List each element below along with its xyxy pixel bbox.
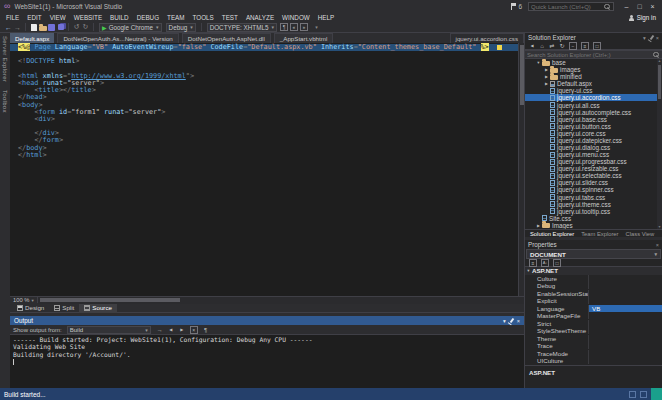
search-input[interactable] bbox=[527, 52, 653, 58]
code-line[interactable]: <!DOCTYPE html> bbox=[10, 58, 524, 65]
word-wrap-icon[interactable]: ¶ bbox=[202, 326, 210, 334]
previous-message-icon[interactable]: ◀ bbox=[167, 326, 175, 334]
sidebar-tab-toolbox[interactable]: Toolbox bbox=[2, 90, 8, 113]
navigate-back-icon[interactable]: ← bbox=[4, 23, 13, 32]
menu-item-test[interactable]: TEST bbox=[218, 13, 242, 22]
tab-appstart-vbhtml[interactable]: _AppStart.vbhtml bbox=[274, 33, 333, 43]
doctype-combo[interactable]: DOCTYPE: XHTML5 ▾ bbox=[207, 23, 277, 32]
tree-item-jquery-ui-menu-css[interactable]: jquery.ui.menu.css bbox=[525, 151, 662, 158]
tree-item-jquery-ui-datepicker-css[interactable]: jquery.ui.datepicker.css bbox=[525, 137, 662, 144]
toolbar-overflow-chevron[interactable]: ▾ bbox=[312, 23, 321, 32]
properties-icon[interactable]: □ bbox=[593, 42, 601, 50]
property-row-strict[interactable]: Strict bbox=[525, 320, 662, 328]
panel-tab-solution-explorer[interactable]: Solution Explorer bbox=[527, 231, 577, 237]
code-line[interactable] bbox=[10, 51, 524, 58]
scrollbar-thumb[interactable] bbox=[658, 65, 661, 99]
property-value[interactable] bbox=[589, 342, 662, 350]
expander-icon[interactable]: ▶ bbox=[543, 67, 550, 72]
output-console[interactable]: ------ Build started: Project: WebSite1(… bbox=[10, 335, 524, 388]
property-row-theme[interactable]: Theme bbox=[525, 335, 662, 343]
property-row-tracemode[interactable]: TraceMode bbox=[525, 350, 662, 358]
tree-item-jquery-ui-progressbar-css[interactable]: jquery.ui.progressbar.css bbox=[525, 158, 662, 165]
property-value[interactable] bbox=[589, 312, 662, 320]
menu-item-debug[interactable]: DEBUG bbox=[133, 13, 163, 22]
output-source-combo[interactable]: Build ▾ bbox=[67, 326, 151, 334]
properties-object-combo[interactable]: DOCUMENT ▾ bbox=[526, 249, 661, 259]
tree-item-jquery-ui-button-css[interactable]: jquery.ui.button.css bbox=[525, 123, 662, 130]
tree-item-jquery-ui-tooltip-css[interactable]: jquery.ui.tooltip.css bbox=[525, 208, 662, 215]
code-line[interactable]: </body> bbox=[10, 145, 524, 152]
menu-item-help[interactable]: HELP bbox=[314, 13, 338, 22]
notification-count[interactable]: 6 bbox=[518, 3, 522, 10]
navigate-forward-icon[interactable]: → bbox=[13, 23, 22, 32]
tree-item-jquery-ui-dialog-css[interactable]: jquery.ui.dialog.css bbox=[525, 144, 662, 151]
tree-item-jquery-ui-slider-css[interactable]: jquery.ui.slider.css bbox=[525, 179, 662, 186]
code-line[interactable]: <%@ Page Language="VB" AutoEventWireup="… bbox=[10, 44, 524, 51]
expander-icon[interactable]: ▶ bbox=[535, 223, 542, 228]
tree-item-images[interactable]: ▶images bbox=[525, 66, 662, 73]
menu-item-tools[interactable]: TOOLS bbox=[189, 13, 218, 22]
code-editor[interactable]: <%@ Page Language="VB" AutoEventWireup="… bbox=[10, 43, 524, 296]
tab-jquery-ui-accordion-css[interactable]: jquery.ui.accordion.css bbox=[450, 33, 524, 43]
tree-item-jquery-ui-accordion-css[interactable]: jquery.ui.accordion.css bbox=[525, 94, 662, 101]
back-icon[interactable]: ◀ bbox=[528, 42, 536, 50]
close-icon[interactable]: × bbox=[656, 242, 659, 248]
menu-item-view[interactable]: VIEW bbox=[46, 13, 70, 22]
show-all-files-icon[interactable]: ≡ bbox=[581, 42, 589, 50]
property-value[interactable] bbox=[589, 327, 662, 335]
tree-item-jquery-ui-tabs-css[interactable]: jquery.ui.tabs.css bbox=[525, 193, 662, 200]
uncomment-icon[interactable]: » bbox=[300, 23, 308, 31]
tree-item-jquery-ui-spinner-css[interactable]: jquery.ui.spinner.css bbox=[525, 186, 662, 193]
menu-item-edit[interactable]: EDIT bbox=[23, 13, 45, 22]
expander-icon[interactable]: ▶ bbox=[543, 81, 550, 86]
property-value[interactable] bbox=[589, 282, 662, 290]
property-value[interactable] bbox=[589, 350, 662, 358]
editor-horizontal-scrollbar[interactable] bbox=[38, 297, 524, 304]
tree-item-jquery-ui-autocomplete-css[interactable]: jquery.ui.autocomplete.css bbox=[525, 109, 662, 116]
tree-item-default-aspx[interactable]: ▶Default.aspx bbox=[525, 80, 662, 87]
feedback-button[interactable] bbox=[651, 388, 662, 400]
sidebar-tab-server-explorer[interactable]: Server Explorer bbox=[2, 36, 8, 82]
next-message-icon[interactable]: ▶ bbox=[178, 326, 186, 334]
minimize-button[interactable]: – bbox=[620, 0, 633, 13]
panel-tab-class-view[interactable]: Class View bbox=[623, 231, 658, 237]
quick-launch-input[interactable] bbox=[531, 4, 604, 10]
design-view-button[interactable]: Design bbox=[12, 303, 49, 313]
expander-icon[interactable]: ▼ bbox=[535, 61, 542, 65]
maximize-button[interactable]: □ bbox=[633, 0, 646, 13]
menu-item-analyze[interactable]: ANALYZE bbox=[242, 13, 278, 22]
notification-flag-icon[interactable] bbox=[510, 3, 516, 10]
switch-views-icon[interactable]: ⇄ bbox=[548, 42, 556, 50]
undo-icon[interactable]: ↺ bbox=[72, 23, 81, 32]
menu-item-build[interactable]: BUILD bbox=[106, 13, 133, 22]
output-header[interactable]: Output ▾ × bbox=[10, 316, 524, 325]
property-row-debug[interactable]: Debug bbox=[525, 282, 662, 290]
code-line[interactable]: </head> bbox=[10, 94, 524, 101]
tree-item-jquery-ui-selectable-css[interactable]: jquery.ui.selectable.css bbox=[525, 172, 662, 179]
goto-message-icon[interactable]: → bbox=[156, 326, 164, 334]
tree-item-jquery-ui-resizable-css[interactable]: jquery.ui.resizable.css bbox=[525, 165, 662, 172]
property-row-masterpagefile[interactable]: MasterPageFile bbox=[525, 312, 662, 320]
code-line[interactable]: </div> bbox=[10, 130, 524, 137]
tree-item-jquery-ui-base-css[interactable]: jquery.ui.base.css bbox=[525, 116, 662, 123]
tree-item-jquery-ui-all-css[interactable]: jquery.ui.all.css bbox=[525, 101, 662, 108]
expander-icon[interactable]: ▼ bbox=[525, 269, 532, 273]
menu-item-file[interactable]: FILE bbox=[2, 13, 23, 22]
categorized-icon[interactable]: ≡ bbox=[529, 259, 537, 267]
clear-all-icon[interactable]: × bbox=[190, 326, 198, 334]
property-row-stylesheettheme[interactable]: StyleSheetTheme bbox=[525, 327, 662, 335]
close-icon[interactable]: × bbox=[656, 35, 659, 41]
panel-tab-team-explorer[interactable]: Team Explorer bbox=[578, 231, 621, 237]
property-row-trace[interactable]: Trace bbox=[525, 342, 662, 350]
scroll-down-icon[interactable]: ▼ bbox=[658, 225, 661, 229]
tree-item-base[interactable]: ▼base bbox=[525, 59, 662, 66]
code-line[interactable]: </html> bbox=[10, 152, 524, 159]
open-file-icon[interactable] bbox=[38, 23, 47, 32]
property-category[interactable]: ▼ASP.NET bbox=[525, 267, 662, 275]
menu-item-team[interactable]: TEAM bbox=[163, 13, 189, 22]
property-value[interactable] bbox=[589, 297, 662, 305]
property-value[interactable]: VB bbox=[589, 305, 662, 313]
property-pages-icon[interactable]: □ bbox=[553, 259, 561, 267]
tab-dotnetopenauth-aspnet-dll[interactable]: DotNetOpenAuth.AspNet.dll bbox=[182, 33, 271, 43]
window-position-chevron-icon[interactable]: ▾ bbox=[643, 35, 646, 41]
